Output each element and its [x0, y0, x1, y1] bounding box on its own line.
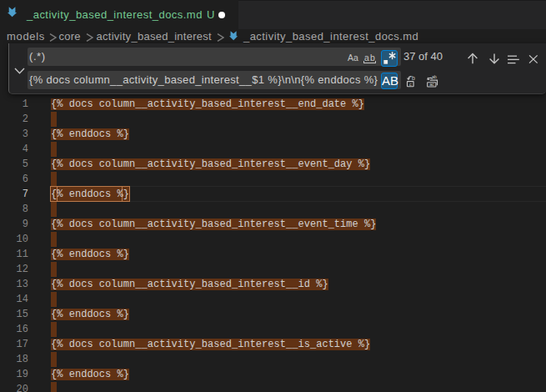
svg-text:ab: ab [432, 75, 437, 79]
svg-text:c: c [409, 82, 412, 87]
svg-text:ac: ac [429, 82, 434, 87]
svg-text:b: b [412, 75, 415, 81]
